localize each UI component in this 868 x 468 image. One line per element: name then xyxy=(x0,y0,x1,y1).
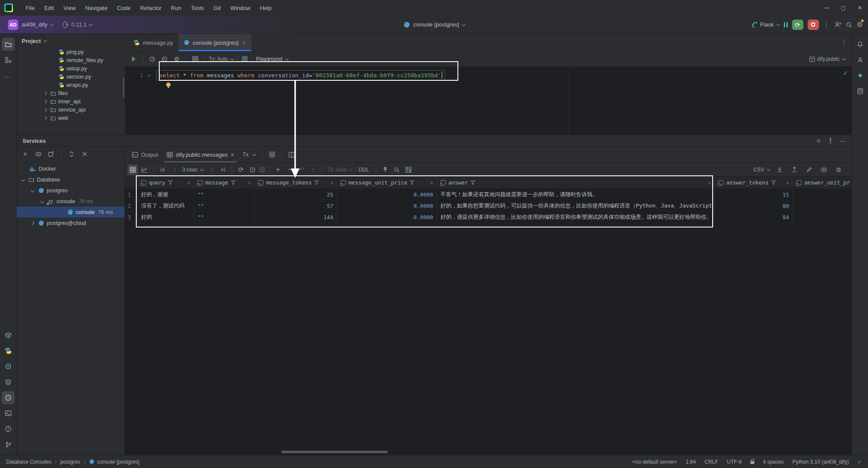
column-header-message[interactable]: message⇅ xyxy=(194,177,255,188)
column-header-message-unit-price[interactable]: message_unit_price⇅ xyxy=(337,177,437,188)
table-grid-icon[interactable] xyxy=(190,54,201,64)
service-console-result[interactable]: console 76 ms xyxy=(16,207,125,218)
view-eye-icon[interactable] xyxy=(819,165,829,175)
sort-icon[interactable]: ⇅ xyxy=(708,180,711,185)
refresh-icon[interactable]: ⟳ xyxy=(236,165,246,175)
menu-window[interactable]: Window xyxy=(226,2,255,13)
menu-run[interactable]: Run xyxy=(166,2,186,13)
plugins-icon[interactable] xyxy=(2,360,15,373)
cell-message[interactable]: "" xyxy=(194,189,255,200)
chart-view-icon[interactable] xyxy=(139,165,150,175)
file-version[interactable]: version.py xyxy=(16,73,125,81)
horizontal-scrollbar[interactable] xyxy=(281,451,388,453)
add-service-icon[interactable]: + xyxy=(20,149,30,159)
sort-icon[interactable]: ⇅ xyxy=(786,180,789,185)
cell-query[interactable]: 好的，谢谢 xyxy=(138,189,194,200)
cell-answer[interactable]: 好的，请提供更多详细信息，比如你使用的编程语言和你希望测试的具体功能或场景。这样… xyxy=(437,211,715,223)
version-control-icon[interactable] xyxy=(2,438,15,451)
sql-statement[interactable]: select * from messages where conversatio… xyxy=(156,70,445,80)
sort-icon[interactable]: ⇅ xyxy=(248,180,251,185)
delete-row-icon[interactable]: − xyxy=(284,165,295,175)
find-in-grid-icon[interactable] xyxy=(391,165,402,175)
column-header-query[interactable]: query⇅ xyxy=(138,177,194,188)
intention-bulb-icon[interactable] xyxy=(166,82,171,87)
corner-cell[interactable] xyxy=(125,177,138,188)
playground-selector[interactable]: Playground xyxy=(256,56,288,62)
profiler-pause-icon[interactable] xyxy=(784,22,788,27)
file-wraps[interactable]: wraps.py xyxy=(16,81,125,89)
open-in-new-tab-icon[interactable] xyxy=(46,149,56,159)
collapse-all-icon[interactable] xyxy=(79,149,90,159)
hide-tool-window-icon[interactable]: — xyxy=(840,138,845,144)
grid-row-1[interactable]: 1 好的，谢谢 "" 25 0.0000 不客气！如果还有其他问题或需要进一步的… xyxy=(125,189,852,200)
row-filter-icon[interactable] xyxy=(403,165,414,175)
project-tool-icon[interactable] xyxy=(2,38,15,51)
settings-gear-icon[interactable]: ⚙ xyxy=(857,20,863,29)
file-ping[interactable]: ping.py xyxy=(16,48,125,56)
cell-answer-tokens[interactable]: 80 xyxy=(715,200,793,211)
menu-code[interactable]: Code xyxy=(112,2,135,13)
auto-refresh-clock-icon[interactable] xyxy=(247,165,258,175)
filter-funnel-icon[interactable] xyxy=(231,180,236,185)
column-header-answer[interactable]: answer⇅ xyxy=(437,177,715,188)
cell-answer-unit-price[interactable] xyxy=(793,189,852,200)
result-tx-selector[interactable]: Tx: Auto xyxy=(326,167,354,173)
cell-answer-tokens[interactable]: 84 xyxy=(715,211,793,223)
window-maximize-button[interactable]: ▢ xyxy=(835,0,852,16)
tool-window-options-kebab-icon[interactable]: ⋮ xyxy=(827,137,834,145)
ai-assistant-icon[interactable] xyxy=(854,69,867,82)
project-panel-title[interactable]: Project xyxy=(22,38,41,44)
tab-output[interactable]: Output xyxy=(128,147,162,162)
revert-icon[interactable]: ↶ xyxy=(296,165,306,175)
file-remote-files[interactable]: remote_files.py xyxy=(16,56,125,64)
tab-options-kebab-icon[interactable]: ⋮ xyxy=(841,39,847,46)
stop-query-icon[interactable] xyxy=(259,167,265,173)
stop-button[interactable] xyxy=(808,20,819,30)
previous-page-icon[interactable] xyxy=(169,165,179,175)
cell-query[interactable]: 好的 xyxy=(138,211,194,223)
add-row-icon[interactable]: + xyxy=(273,165,283,175)
connection-ok-icon[interactable]: ✓ xyxy=(858,459,862,465)
inspection-ok-icon[interactable]: ✓ xyxy=(843,69,848,76)
console-settings-gear-icon[interactable]: ⚙ xyxy=(171,54,182,64)
breadcrumb-console[interactable]: console [postgres] xyxy=(97,459,139,465)
cell-message[interactable]: "" xyxy=(194,200,255,211)
menu-tools[interactable]: Tools xyxy=(186,2,209,13)
more-actions-kebab-icon[interactable]: ⋮ xyxy=(823,21,830,29)
column-header-answer-tokens[interactable]: answer_tokens⇅ xyxy=(715,177,793,188)
export-download-icon[interactable] xyxy=(774,165,785,175)
run-target-widget[interactable]: console [postgres] xyxy=(403,21,465,28)
project-widget[interactable]: AD ai408_dify xyxy=(5,18,56,31)
default-server-widget[interactable]: <no default server> xyxy=(632,459,677,465)
color-swatch-icon[interactable] xyxy=(242,56,248,62)
schema-selector[interactable]: dify.public xyxy=(809,56,845,62)
import-upload-icon[interactable] xyxy=(789,165,799,175)
python-console-icon[interactable] xyxy=(2,344,15,357)
cell-message-unit-price[interactable]: 0.0000 xyxy=(337,189,437,200)
more-tool-windows-icon[interactable]: … xyxy=(2,69,15,82)
interpreter-widget[interactable]: Python 3.10 (ai408_dify) xyxy=(792,459,849,465)
tx-mode-selector[interactable]: Tx: Auto xyxy=(209,56,233,62)
ddl-button[interactable]: DDL xyxy=(355,165,372,175)
execute-button[interactable] xyxy=(128,54,139,64)
service-docker[interactable]: Docker xyxy=(16,163,125,174)
tab-console-postgres[interactable]: console [postgres] × xyxy=(178,34,251,51)
terminal-tool-icon[interactable] xyxy=(2,407,15,420)
cell-message[interactable]: "" xyxy=(194,211,255,223)
indent-widget[interactable]: 4 spaces xyxy=(763,459,784,465)
menu-help[interactable]: Help xyxy=(255,2,276,13)
show-services-eye-icon[interactable] xyxy=(33,149,43,159)
cell-answer[interactable]: 好的，如果你想要测试代码，可以提供一些具体的信息，比如你使用的编程语言（Pyth… xyxy=(437,200,715,211)
grid-view-icon[interactable] xyxy=(128,165,138,175)
grid-row-3[interactable]: 3 好的 "" 144 0.0000 好的，请提供更多详细信息，比如你使用的编程… xyxy=(125,211,852,223)
cell-answer-tokens[interactable]: 15 xyxy=(715,189,793,200)
cell-query[interactable]: 没有了，测试代码 xyxy=(138,200,194,211)
layers-stack-icon[interactable] xyxy=(2,376,15,389)
cell-message-tokens[interactable]: 57 xyxy=(255,200,337,211)
submit-arrow-icon[interactable]: ↑ xyxy=(308,165,318,175)
grid-settings-gear-icon[interactable]: ⚙ xyxy=(833,165,844,175)
structure-tool-icon[interactable] xyxy=(2,53,15,66)
user-profile-icon[interactable] xyxy=(854,53,867,66)
service-console-session[interactable]: console 76 ms xyxy=(16,196,125,207)
grid-row-2[interactable]: 2 没有了，测试代码 "" 57 0.0000 好的，如果你想要测试代码，可以提… xyxy=(125,200,852,211)
